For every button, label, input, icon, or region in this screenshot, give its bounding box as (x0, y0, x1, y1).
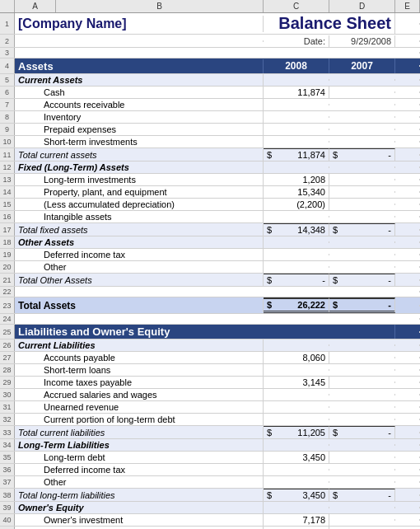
cell-f2 (395, 40, 420, 42)
table-row: 35 Long-term debt 3,450 (0, 452, 420, 464)
dollar-sign-e21: $ (333, 275, 338, 285)
accum-dep-2008: (2,200) (264, 199, 329, 210)
sti-2007 (329, 141, 395, 143)
row-number: 36 (0, 464, 15, 475)
cell-f39 (395, 507, 420, 508)
table-row: 19 Deferred income tax (0, 249, 420, 261)
sti-label: Short-term investments (15, 136, 264, 147)
cell-f38 (395, 494, 420, 496)
row-number: 14 (0, 186, 15, 198)
row-number: 37 (0, 476, 15, 488)
cell-d5 (264, 79, 329, 81)
other-l-label: Other (15, 476, 264, 488)
inv-2008 (264, 116, 329, 118)
col-header-B: B (56, 0, 264, 12)
ltd-label: Long-term debt (15, 452, 264, 463)
row-number: 18 (0, 236, 15, 248)
row-number: 39 (0, 502, 15, 513)
table-row: 5 Current Assets (0, 74, 420, 87)
cell-f40 (395, 519, 420, 521)
other-l-2007 (329, 481, 395, 483)
ap-2007 (329, 357, 395, 358)
row-number: 2 (0, 35, 15, 47)
itp-2008: 3,145 (264, 377, 329, 388)
table-row: 34 Long-Term Liabilities (0, 439, 420, 452)
cell-e5 (329, 79, 395, 81)
accum-dep-2007 (329, 204, 395, 205)
intangible-2007 (329, 216, 395, 218)
table-row: 6 Cash 11,874 (0, 87, 420, 99)
dollar-sign-e33: $ (333, 428, 338, 438)
cell-e39 (329, 507, 395, 508)
unearned-rev-2007 (329, 406, 395, 408)
year-2007-header: 2007 (329, 59, 395, 73)
row-number: 30 (0, 389, 15, 400)
date-value: 9/29/2008 (329, 35, 395, 47)
ltd-2007 (329, 456, 395, 458)
row-number: 27 (0, 352, 15, 363)
cell-3 (15, 52, 420, 54)
total-cl-2008-val: 11,205 (297, 428, 325, 438)
table-row: 39 Owner's Equity (0, 502, 420, 514)
row-number: 31 (0, 401, 15, 413)
row-number: 7 (0, 99, 15, 110)
lti-label: Long-term investments (15, 174, 264, 185)
total-other-2008-val: - (322, 275, 325, 285)
row-number: 5 (0, 74, 15, 86)
other-a-label: Other (15, 261, 264, 273)
table-row: 36 Deferred income tax (0, 464, 420, 476)
table-row: 11 Total current assets $ 11,874 $ - (0, 148, 420, 162)
table-row: 9 Prepaid expenses (0, 124, 420, 136)
accrued-sal-label: Accrued salaries and wages (15, 389, 264, 400)
row-number: 21 (0, 274, 15, 286)
owners-equity-header: Owner's Equity (15, 502, 264, 513)
prepaid-2008 (264, 129, 329, 130)
cell-e34 (329, 444, 395, 446)
row-number: 9 (0, 124, 15, 135)
dollar-sign-d11: $ (267, 150, 272, 160)
table-row: 3 (0, 48, 420, 59)
table-row: 10 Short-term investments (0, 136, 420, 148)
cell-f1 (395, 23, 420, 25)
owners-invest-2007 (329, 519, 395, 521)
accounts-receivable-label: Accounts receivable (15, 99, 264, 110)
accrued-sal-2008 (264, 394, 329, 396)
row-number: 20 (0, 261, 15, 273)
year-2008-header: 2008 (264, 59, 329, 73)
table-row: 23 Total Assets $ 26,222 $ - (0, 297, 420, 314)
total-fixed-label: Total fixed assets (15, 224, 264, 236)
cell-f13 (395, 179, 420, 180)
row-number: 8 (0, 111, 15, 123)
accrued-sal-2007 (329, 394, 395, 396)
cell-f18 (395, 241, 420, 243)
balance-sheet-title: Balance Sheet (264, 13, 395, 34)
fixed-assets-label: Fixed (Long-Term) Assets (15, 162, 264, 173)
table-row: 14 Property, plant, and equipment 15,340 (0, 186, 420, 199)
cash-label: Cash (15, 87, 264, 98)
deferred-tax-a-2008 (264, 254, 329, 255)
table-row: 12 Fixed (Long-Term) Assets (0, 162, 420, 174)
total-ca-2008-val: 11,874 (297, 150, 325, 160)
ap-label: Accounts payable (15, 352, 264, 363)
row-number: 40 (0, 514, 15, 526)
cell-f34 (395, 444, 420, 446)
table-row: 29 Income taxes payable 3,145 (0, 377, 420, 389)
total-assets-2008: $ 26,222 (264, 297, 329, 313)
col-header-D: D (329, 0, 395, 12)
table-row: 31 Unearned revenue (0, 401, 420, 414)
cell-f21 (395, 279, 420, 281)
table-row: 16 Intangible assets (0, 211, 420, 223)
cell-24 (15, 318, 420, 320)
unearned-rev-label: Unearned revenue (15, 401, 264, 413)
cell-f4 (395, 65, 420, 67)
ppe-2007 (329, 191, 395, 193)
row-number: 15 (0, 199, 15, 210)
row-number: 4 (0, 59, 15, 73)
total-ltl-2008-val: 3,450 (302, 490, 325, 500)
table-row: 13 Long-term investments 1,208 (0, 174, 420, 186)
row-number: 3 (0, 48, 15, 58)
dollar-sign-d33: $ (267, 428, 272, 438)
cell-b2 (15, 40, 264, 42)
cell-f35 (395, 456, 420, 458)
table-row: 20 Other (0, 261, 420, 274)
